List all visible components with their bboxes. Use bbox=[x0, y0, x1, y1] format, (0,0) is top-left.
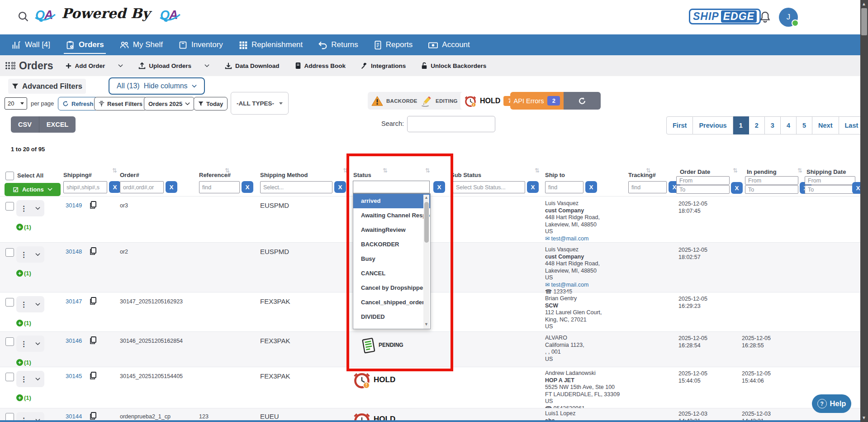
order-date-from-input[interactable] bbox=[676, 176, 730, 185]
chevron-down-icon[interactable] bbox=[35, 341, 40, 346]
sort-icon[interactable]: ⇅ bbox=[343, 167, 348, 174]
user-avatar[interactable]: J bbox=[779, 8, 798, 27]
data-download-button[interactable]: Data Download bbox=[225, 62, 280, 69]
substatus-filter-select[interactable]: Select Sub Status... bbox=[453, 181, 525, 193]
chevron-down-icon[interactable] bbox=[35, 377, 40, 382]
row-checkbox[interactable] bbox=[5, 202, 14, 211]
types-select[interactable]: -ALL TYPES- bbox=[231, 92, 289, 115]
help-button[interactable]: ? Help bbox=[812, 394, 851, 413]
status-option[interactable]: AwaitingReview bbox=[353, 223, 430, 237]
item-count[interactable]: +(1) bbox=[16, 224, 31, 230]
nav-replenishment[interactable]: Replenishment bbox=[238, 34, 303, 55]
per-page-select[interactable]: 20 bbox=[5, 97, 27, 110]
scroll-thumb[interactable] bbox=[424, 202, 429, 243]
status-option[interactable]: Cancel_shipped_order bbox=[353, 295, 430, 310]
row-checkbox[interactable] bbox=[5, 337, 14, 346]
table-row[interactable]: ⋮ +(1) 30146 30146_20251205162854 FEX3PA… bbox=[0, 331, 860, 367]
shipto-clear-button[interactable]: X bbox=[585, 181, 597, 193]
reference-filter-input[interactable] bbox=[199, 181, 240, 193]
status-option[interactable]: Dropship bbox=[353, 324, 430, 329]
search-icon[interactable] bbox=[17, 10, 30, 23]
kebab-icon[interactable]: ⋮ bbox=[20, 250, 28, 259]
page-2[interactable]: 2 bbox=[749, 116, 765, 134]
shipping-number-link[interactable]: 30147 bbox=[66, 298, 82, 305]
kebab-icon[interactable]: ⋮ bbox=[20, 300, 28, 309]
unlock-backorders-button[interactable]: Unlock Backorders bbox=[421, 62, 486, 69]
sort-icon[interactable]: ⇅ bbox=[535, 167, 540, 174]
shipping-filter-input[interactable] bbox=[63, 181, 107, 193]
status-option[interactable]: DIVIDED bbox=[353, 310, 430, 324]
item-count[interactable]: +(1) bbox=[16, 320, 31, 326]
shipping-number-link[interactable]: 30148 bbox=[66, 248, 82, 255]
sort-icon[interactable]: ⇅ bbox=[425, 167, 430, 174]
status-option[interactable]: Busy bbox=[353, 252, 430, 266]
scroll-up-icon[interactable]: ▲ bbox=[862, 1, 866, 6]
sort-icon[interactable]: ⇅ bbox=[733, 167, 738, 174]
shipping-date-to-input[interactable] bbox=[805, 185, 855, 194]
page-first[interactable]: First bbox=[666, 116, 693, 134]
tracking-filter-input[interactable] bbox=[628, 181, 667, 193]
nav-orders[interactable]: Orders bbox=[66, 34, 104, 55]
status-option[interactable]: CANCEL bbox=[353, 266, 430, 281]
order-date-to-input[interactable] bbox=[676, 185, 730, 194]
copy-icon[interactable] bbox=[90, 247, 96, 255]
reset-filters-button[interactable]: Reset Filters bbox=[94, 97, 147, 110]
page-1[interactable]: 1 bbox=[733, 116, 749, 134]
item-count[interactable]: +(1) bbox=[16, 394, 31, 401]
row-checkbox[interactable] bbox=[5, 248, 14, 257]
page-3[interactable]: 3 bbox=[765, 116, 781, 134]
shipto-filter-input[interactable] bbox=[545, 181, 583, 193]
api-errors-button[interactable]: API Errors 2 bbox=[510, 92, 564, 110]
nav-account[interactable]: Account bbox=[428, 34, 470, 55]
pending-from-input[interactable] bbox=[745, 176, 798, 185]
method-filter-select[interactable]: Select... bbox=[260, 181, 332, 193]
status-option[interactable]: Cancel by Dropshipper bbox=[353, 281, 430, 295]
shipping-number-link[interactable]: 30145 bbox=[66, 373, 82, 379]
shipping-number-link[interactable]: 30146 bbox=[66, 337, 82, 344]
row-menu-group[interactable]: ⋮ bbox=[16, 336, 44, 352]
pending-to-input[interactable] bbox=[745, 185, 798, 194]
kebab-icon[interactable]: ⋮ bbox=[20, 340, 28, 348]
sort-icon[interactable]: ⇅ bbox=[383, 167, 388, 174]
table-row[interactable]: ⋮ +(1) 30145 30145_20251205154405 FEX3PA… bbox=[0, 367, 860, 408]
add-order-button[interactable]: Add Order bbox=[66, 62, 123, 69]
badges-refresh-button[interactable] bbox=[564, 92, 601, 110]
nav-returns[interactable]: Returns bbox=[318, 34, 358, 55]
chevron-down-icon[interactable] bbox=[35, 302, 40, 307]
nav-my-shelf[interactable]: My Shelf bbox=[119, 34, 163, 55]
search-input[interactable] bbox=[407, 116, 495, 132]
dropdown-scrollbar[interactable]: ▲ ▼ bbox=[423, 195, 429, 329]
shipping-number-link[interactable]: 30149 bbox=[66, 202, 82, 209]
nav-reports[interactable]: Reports bbox=[374, 34, 413, 55]
status-option[interactable]: BACKORDER bbox=[353, 237, 430, 252]
upload-orders-button[interactable]: Upload Orders bbox=[138, 62, 209, 69]
status-filter-input[interactable] bbox=[353, 181, 430, 193]
nav-inventory[interactable]: Inventory bbox=[178, 34, 223, 55]
row-menu-group[interactable]: ⋮ bbox=[16, 296, 44, 312]
row-menu-group[interactable]: ⋮ bbox=[16, 246, 44, 263]
item-count[interactable]: +(1) bbox=[16, 270, 31, 277]
shipping-number-link[interactable]: 30144 bbox=[66, 413, 82, 420]
nav-wall[interactable]: Wall [4] bbox=[12, 34, 50, 55]
page-4[interactable]: 4 bbox=[781, 116, 797, 134]
copy-icon[interactable] bbox=[90, 201, 96, 209]
row-checkbox[interactable] bbox=[5, 373, 14, 381]
select-all-checkbox[interactable] bbox=[5, 172, 14, 180]
integrations-button[interactable]: Integrations bbox=[361, 62, 406, 69]
sort-icon[interactable]: ⇅ bbox=[112, 167, 117, 174]
vertical-scrollbar[interactable]: ▲ ▼ bbox=[860, 0, 868, 422]
address-book-button[interactable]: Address Book bbox=[295, 62, 346, 69]
order-filter-input[interactable] bbox=[120, 181, 164, 193]
chevron-down-icon[interactable] bbox=[35, 206, 40, 211]
reference-clear-button[interactable]: X bbox=[242, 181, 253, 193]
notifications-bell-icon[interactable] bbox=[759, 10, 771, 24]
kebab-icon[interactable]: ⋮ bbox=[20, 204, 28, 213]
page-next[interactable]: Next bbox=[812, 116, 839, 134]
ship-to-email[interactable]: ✉ test@mail.com bbox=[545, 282, 600, 289]
ship-to-email[interactable]: ✉ test@mail.com bbox=[545, 235, 600, 243]
copy-icon[interactable] bbox=[90, 372, 96, 379]
scroll-up-icon[interactable]: ▲ bbox=[424, 195, 428, 200]
hide-columns-button[interactable]: All (13) Hide columns bbox=[109, 77, 205, 95]
chevron-down-icon[interactable] bbox=[35, 252, 40, 257]
shipping-date-from-input[interactable] bbox=[805, 176, 855, 185]
